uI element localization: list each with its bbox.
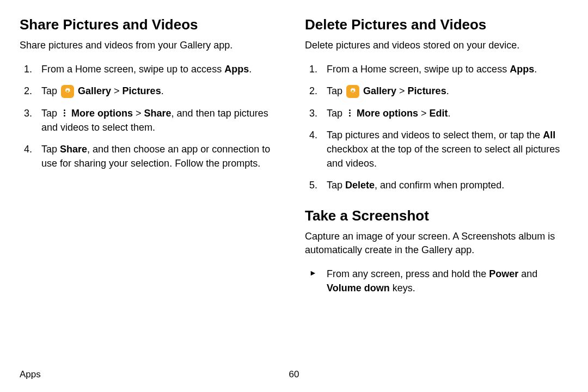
delete-step-5: Tap Delete, and confirm when prompted. xyxy=(305,178,568,192)
left-column: Share Pictures and Videos Share pictures… xyxy=(20,16,283,303)
share-step-2: Tap Gallery > Pictures. xyxy=(20,84,283,98)
screenshot-section: Take a Screenshot Capture an image of yo… xyxy=(305,207,568,296)
screenshot-step-1: From any screen, press and hold the Powe… xyxy=(305,267,568,295)
delete-steps: From a Home screen, swipe up to access A… xyxy=(305,62,568,192)
screenshot-heading: Take a Screenshot xyxy=(305,207,568,224)
delete-step-3: Tap More options > Edit. xyxy=(305,106,568,120)
share-step-1: From a Home screen, swipe up to access A… xyxy=(20,62,283,76)
delete-heading: Delete Pictures and Videos xyxy=(305,16,568,33)
delete-step-4: Tap pictures and videos to select them, … xyxy=(305,128,568,170)
gallery-icon xyxy=(61,85,74,98)
footer-page-number: 60 xyxy=(289,369,299,380)
more-options-icon xyxy=(60,108,68,119)
right-column: Delete Pictures and Videos Delete pictur… xyxy=(305,16,568,303)
page-columns: Share Pictures and Videos Share pictures… xyxy=(20,16,568,303)
more-options-icon xyxy=(346,108,353,119)
screenshot-intro: Capture an image of your screen. A Scree… xyxy=(305,230,568,257)
screenshot-steps: From any screen, press and hold the Powe… xyxy=(305,267,568,295)
share-heading: Share Pictures and Videos xyxy=(20,16,283,33)
share-step-4: Tap Share, and then choose an app or con… xyxy=(20,142,283,170)
delete-step-2: Tap Gallery > Pictures. xyxy=(305,84,568,98)
delete-intro: Delete pictures and videos stored on you… xyxy=(305,39,568,52)
footer-section-label: Apps xyxy=(20,369,41,380)
share-step-3: Tap More options > Share, and then tap p… xyxy=(20,106,283,134)
gallery-icon xyxy=(346,85,359,98)
page-footer: Apps 60 xyxy=(20,369,568,380)
delete-step-1: From a Home screen, swipe up to access A… xyxy=(305,62,568,76)
share-steps: From a Home screen, swipe up to access A… xyxy=(20,62,283,170)
share-intro: Share pictures and videos from your Gall… xyxy=(20,39,283,52)
